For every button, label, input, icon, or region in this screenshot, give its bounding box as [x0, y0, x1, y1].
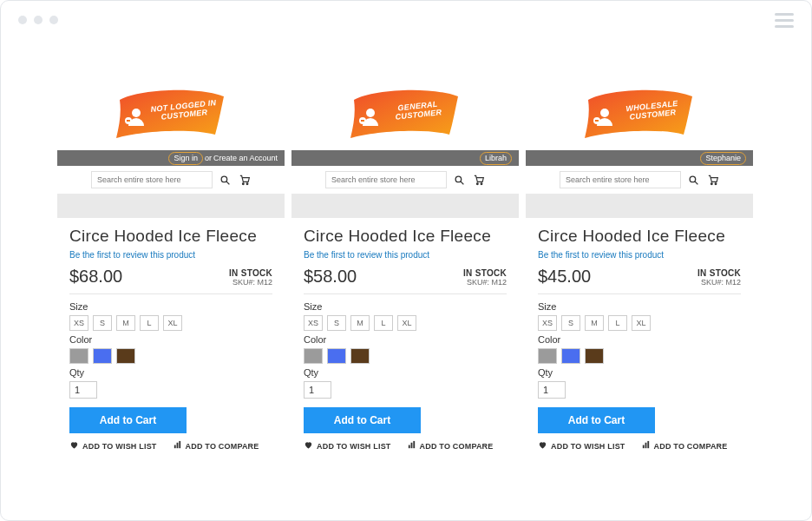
storefront-card: Not Logged In Customer Sign in or Create…	[57, 79, 285, 460]
menu-icon[interactable]	[775, 13, 794, 28]
svg-rect-2	[127, 120, 130, 122]
add-to-compare[interactable]: ADD TO COMPARE	[641, 440, 728, 452]
color-swatch[interactable]	[538, 348, 557, 364]
account-bar: Stephanie	[526, 150, 753, 166]
color-swatch[interactable]	[327, 348, 346, 364]
customer-flag: General Customer	[347, 84, 464, 145]
color-swatch[interactable]	[69, 348, 88, 364]
size-swatch[interactable]: L	[374, 315, 393, 331]
price: $68.00	[69, 267, 122, 287]
review-link[interactable]: Be the first to review this product	[304, 250, 429, 260]
color-swatch[interactable]	[585, 348, 604, 364]
color-swatch[interactable]	[304, 348, 323, 364]
divider	[69, 293, 272, 294]
size-swatch[interactable]: XL	[632, 315, 651, 331]
add-to-cart-button[interactable]: Add to Cart	[538, 407, 655, 433]
cart-icon[interactable]	[471, 173, 485, 187]
color-swatch[interactable]	[93, 348, 112, 364]
product-panel: Circe Hooded Ice Fleece Be the first to …	[57, 218, 285, 460]
add-to-compare[interactable]: ADD TO COMPARE	[173, 440, 259, 452]
stock-label: IN STOCK	[697, 268, 741, 278]
svg-point-23	[690, 176, 696, 182]
color-swatch[interactable]	[350, 348, 370, 364]
window-dot	[18, 16, 27, 24]
spacer	[57, 194, 285, 218]
add-to-wishlist[interactable]: ADD TO WISH LIST	[69, 440, 157, 452]
svg-rect-29	[647, 441, 649, 448]
search-input[interactable]	[325, 171, 447, 188]
spacer	[526, 194, 753, 218]
app-window: Not Logged In Customer Sign in or Create…	[0, 0, 812, 521]
color-label: Color	[538, 334, 741, 345]
search-icon[interactable]	[686, 173, 700, 187]
search-row	[526, 166, 753, 194]
product-title: Circe Hooded Ice Fleece	[69, 227, 272, 246]
svg-point-25	[710, 183, 712, 185]
banner: Wholesale Customer	[526, 79, 753, 150]
qty-input[interactable]	[538, 381, 566, 399]
size-swatch[interactable]: M	[585, 315, 604, 331]
add-to-wishlist[interactable]: ADD TO WISH LIST	[538, 440, 625, 452]
create-account-link[interactable]: Create an Account	[213, 154, 278, 162]
color-label: Color	[304, 334, 507, 345]
stock-label: IN STOCK	[229, 268, 272, 278]
banner: General Customer	[291, 79, 519, 150]
size-label: Size	[538, 301, 741, 312]
size-label: Size	[69, 301, 272, 312]
review-link[interactable]: Be the first to review this product	[538, 250, 664, 260]
size-swatch[interactable]: XS	[304, 315, 323, 331]
titlebar	[1, 1, 811, 39]
size-swatch[interactable]: M	[350, 315, 370, 331]
sign-in-link[interactable]: Sign in	[168, 152, 203, 165]
svg-line-4	[226, 181, 229, 184]
svg-point-6	[246, 183, 248, 185]
price: $45.00	[538, 267, 591, 287]
size-swatch[interactable]: XS	[69, 315, 88, 331]
color-swatch[interactable]	[116, 348, 135, 364]
size-swatch[interactable]: S	[93, 315, 112, 331]
svg-rect-9	[179, 441, 180, 448]
person-icon	[593, 107, 616, 126]
cart-icon[interactable]	[705, 173, 719, 187]
account-name[interactable]: Librah	[480, 152, 512, 165]
svg-rect-8	[176, 443, 178, 448]
account-bar: Sign in or Create an Account	[57, 150, 285, 166]
size-swatch[interactable]: XL	[397, 315, 416, 331]
size-swatch[interactable]: L	[608, 315, 627, 331]
qty-input[interactable]	[304, 381, 331, 399]
search-input[interactable]	[560, 171, 681, 188]
divider	[538, 293, 741, 294]
add-to-cart-button[interactable]: Add to Cart	[69, 407, 187, 433]
size-swatch[interactable]: S	[561, 315, 580, 331]
add-to-cart-button[interactable]: Add to Cart	[304, 407, 421, 433]
storefront-card: General Customer Librah Circe Hooded Ice…	[291, 79, 519, 460]
size-swatch[interactable]: XL	[163, 315, 182, 331]
search-icon[interactable]	[218, 173, 232, 187]
sku-label: SKU#: M12	[697, 278, 741, 287]
spacer	[291, 194, 519, 218]
svg-rect-28	[645, 443, 646, 448]
add-to-compare[interactable]: ADD TO COMPARE	[407, 440, 494, 452]
color-swatch[interactable]	[561, 348, 580, 364]
search-icon[interactable]	[452, 173, 466, 187]
size-swatch[interactable]: L	[140, 315, 159, 331]
storefront-card: Wholesale Customer Stephanie Circe Hoode…	[526, 79, 753, 460]
svg-point-3	[221, 176, 226, 182]
account-name[interactable]: Stephanie	[700, 152, 746, 165]
qty-input[interactable]	[69, 381, 97, 399]
customer-flag: Wholesale Customer	[581, 84, 698, 145]
product-panel: Circe Hooded Ice Fleece Be the first to …	[291, 218, 519, 460]
svg-point-20	[600, 109, 609, 117]
product-title: Circe Hooded Ice Fleece	[538, 227, 741, 246]
size-swatch[interactable]: XS	[538, 315, 557, 331]
size-swatch[interactable]: S	[327, 315, 346, 331]
search-input[interactable]	[91, 171, 213, 188]
size-swatch[interactable]: M	[116, 315, 135, 331]
cart-icon[interactable]	[237, 173, 251, 187]
heart-icon	[304, 440, 313, 452]
svg-rect-19	[413, 441, 415, 448]
search-row	[291, 166, 519, 194]
review-link[interactable]: Be the first to review this product	[69, 250, 195, 260]
color-label: Color	[69, 334, 272, 345]
add-to-wishlist[interactable]: ADD TO WISH LIST	[304, 440, 391, 452]
